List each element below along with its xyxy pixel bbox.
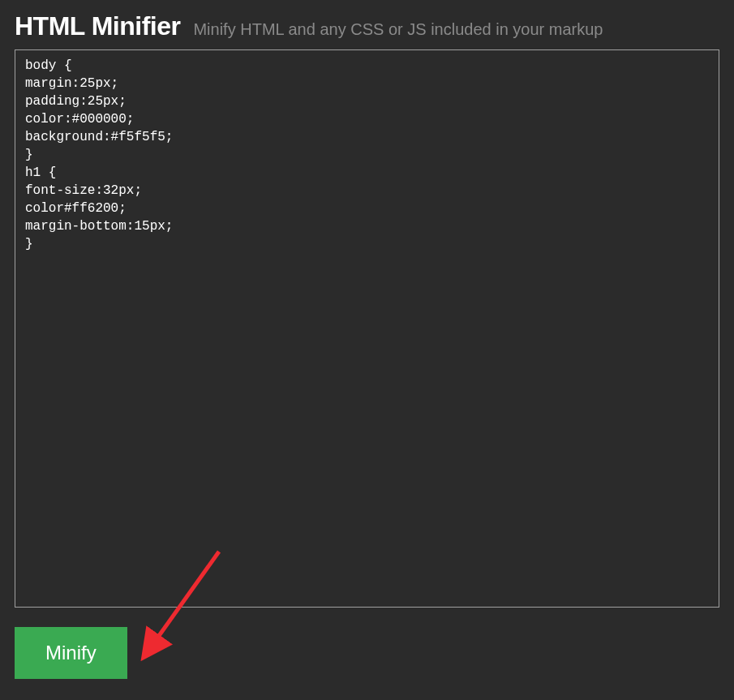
action-bar: Minify bbox=[0, 608, 734, 694]
code-editor-container bbox=[15, 49, 719, 608]
code-input[interactable] bbox=[25, 57, 709, 600]
header: HTML Minifier Minify HTML and any CSS or… bbox=[0, 0, 734, 49]
page-subtitle: Minify HTML and any CSS or JS included i… bbox=[193, 20, 603, 39]
minify-button[interactable]: Minify bbox=[15, 627, 127, 679]
page-title: HTML Minifier bbox=[15, 11, 180, 41]
